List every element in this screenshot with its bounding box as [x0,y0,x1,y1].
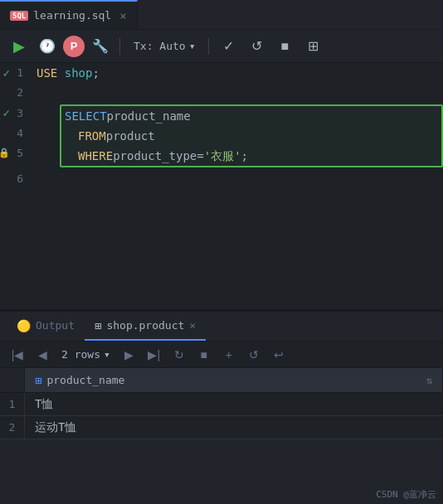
code-line-6: 6 [0,169,443,189]
gutter-3: ✓ 3 [0,103,30,123]
code-line-5-content: WHERE product_type = '衣服'; [65,146,438,166]
editor-area[interactable]: ✓ 1 USE shop; 2 ✓ 3 4 🔒 5 [0,63,443,312]
watermark: CSDN @蓝净云 [376,488,436,501]
last-page-button[interactable]: ▶| [144,344,165,366]
rows-select[interactable]: 2 rows ▾ [56,346,115,362]
settings-button[interactable]: 🔧 [88,34,113,59]
tab-learning-sql[interactable]: SQL learning.sql × [0,0,138,29]
keyword-from: FROM [78,126,106,146]
next-page-button[interactable]: ▶ [119,344,140,366]
output-icon: 🟡 [17,319,31,332]
col-product-name: product_name [107,106,191,126]
rows-label: 2 rows [61,348,100,361]
output-tab-label: Output [36,319,75,332]
check-button[interactable]: ✓ [216,34,241,59]
rows-dropdown-icon: ▾ [104,348,110,361]
result-tab-close[interactable]: × [189,319,196,332]
gutter-1: ✓ 1 [0,63,30,83]
check-icon-1: ✓ [3,63,10,83]
col-product-type: product_type [113,146,197,166]
row-num-header [0,368,25,392]
tab-output[interactable]: 🟡 Output [7,312,85,341]
add-row-button[interactable]: + [218,344,240,366]
cell-2-1: 运动T恤 [25,420,443,435]
gutter-2: 2 [0,83,30,103]
stop-button[interactable]: ■ [272,34,297,59]
run-button[interactable]: ▶ [7,34,32,59]
table-row[interactable]: 2 运动T恤 [0,416,443,439]
table-row[interactable]: 1 T恤 [0,393,443,416]
undo-button[interactable]: ↺ [244,34,269,59]
block-gutters: ✓ 3 4 🔒 5 [0,103,30,169]
col-header-label: product_name [46,374,124,386]
check-icon-3: ✓ [3,106,10,119]
code-line-4-content: FROM product [65,126,438,146]
col-type-icon: ⊞ [35,374,41,387]
code-line-2: 2 [0,83,443,103]
table-header: ⊞ product_name ⇅ [0,368,443,393]
tab-shop-product[interactable]: ⊞ shop.product × [85,312,206,341]
tx-auto-dropdown[interactable]: Tx: Auto ▾ [127,40,202,52]
result-tab-label: shop.product [106,319,184,332]
toolbar-divider-2 [208,38,209,55]
refresh-button[interactable]: ↻ [168,344,190,366]
export-button[interactable]: ↩ [268,344,290,366]
string-yifu: '衣服' [204,146,241,166]
tab-close-button[interactable]: × [119,9,126,22]
semicolon-5: ; [241,146,248,166]
prev-page-button[interactable]: ◀ [32,344,53,366]
code-content-6 [30,169,443,189]
lock-icon-5: 🔒 [0,148,10,158]
editor-toolbar: ▶ 🕐 P 🔧 Tx: Auto ▾ ✓ ↺ ■ ⊞ [0,30,443,63]
tx-label: Tx: Auto [134,40,186,52]
undo-result-button[interactable]: ↺ [243,344,265,366]
gutter-4: 4 [0,123,30,143]
select-block: SELECT product_name FROM product WHERE p… [60,104,443,167]
stop-result-button[interactable]: ■ [193,344,215,366]
row-num-1: 1 [0,393,25,415]
select-block-wrapper: ✓ 3 4 🔒 5 SELECT product_name FROM produ… [0,103,443,169]
code-content-2 [30,83,443,103]
eq-op: = [197,146,203,166]
table-product: product [106,126,155,146]
gutter-5: 🔒 5 [0,143,30,162]
keyword-use: USE [37,66,65,80]
gutter-6: 6 [0,169,30,189]
code-line-1: ✓ 1 USE shop; [0,63,443,83]
sql-icon: SQL [10,11,28,21]
keyword-select: SELECT [65,106,107,126]
tab-bar: SQL learning.sql × [0,0,443,30]
toolbar-divider-1 [119,38,120,55]
semicolon-1: ; [92,66,99,80]
sort-icon[interactable]: ⇅ [426,375,432,386]
history-button[interactable]: 🕐 [35,34,60,59]
table-icon: ⊞ [95,319,101,332]
bottom-panel: 🟡 Output ⊞ shop.product × |◀ ◀ 2 rows ▾ … [0,312,443,504]
keyword-where: WHERE [78,146,113,166]
code-line-3-content: SELECT product_name [65,106,438,126]
result-toolbar: |◀ ◀ 2 rows ▾ ▶ ▶| ↻ ■ + ↺ ↩ [0,342,443,368]
cell-1-1: T恤 [25,397,443,412]
row-num-2: 2 [0,416,25,439]
tx-dropdown-icon: ▾ [189,40,196,52]
db-name-shop: shop [65,66,93,80]
tab-label: learning.sql [33,9,111,22]
panel-tabs: 🟡 Output ⊞ shop.product × [0,312,443,342]
code-content-1: USE shop; [30,63,443,83]
col-header-product-name: ⊞ product_name ⇅ [25,368,443,392]
grid-button[interactable]: ⊞ [300,34,325,59]
first-page-button[interactable]: |◀ [7,344,28,366]
result-table: ⊞ product_name ⇅ 1 T恤 2 运动T恤 [0,368,443,504]
profile-button[interactable]: P [63,36,85,57]
